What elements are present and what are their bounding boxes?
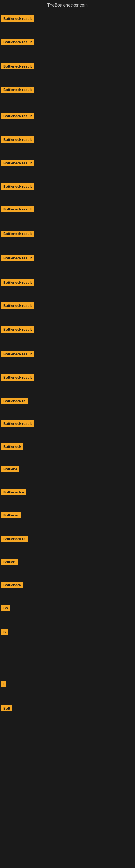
page-container: TheBottlenecker.com Bottleneck resultBot…: [0, 0, 135, 868]
bottleneck-row: Bottleneck result: [1, 303, 34, 310]
bottleneck-row: Bottleneck result: [1, 255, 34, 262]
bottleneck-label: Bottleneck result: [1, 421, 34, 427]
bottleneck-label: Bottleneck result: [1, 183, 34, 190]
bottleneck-label: Bottleneck result: [1, 63, 34, 69]
bottleneck-label: Bottleneck re: [1, 398, 28, 404]
bottleneck-label: Bottleneck result: [1, 87, 34, 93]
bottleneck-row: Bottleneck e: [1, 489, 26, 496]
bottleneck-label: Bottlene: [1, 466, 19, 472]
bottleneck-label: Bottleneck result: [1, 113, 34, 119]
bottleneck-row: Bottleneck result: [1, 351, 34, 358]
bottleneck-row: Bottleneck result: [1, 230, 34, 238]
bottleneck-label: Bottleneck result: [1, 230, 34, 237]
bottleneck-row: Bottleneck result: [1, 113, 34, 120]
bottleneck-label: Bottleneck result: [1, 326, 34, 333]
bottleneck-label: Bottleneck result: [1, 255, 34, 261]
bottleneck-row: Bottleneck result: [1, 16, 34, 23]
bottleneck-label: Bottleneck: [1, 443, 23, 450]
bottleneck-row: Bottlen: [1, 559, 17, 566]
bottleneck-row: Bottleneck result: [1, 63, 34, 70]
bottleneck-label: Bottleneck result: [1, 16, 34, 22]
bottleneck-label: Bottleneck result: [1, 303, 34, 309]
bottleneck-label: Bottleneck re: [1, 536, 28, 542]
bottleneck-row: Bottleneck: [1, 443, 23, 451]
bottleneck-label: Bottleneck result: [1, 279, 34, 286]
bottleneck-label: Bottleneck result: [1, 374, 34, 380]
bottleneck-row: Bottleneck result: [1, 206, 34, 214]
bottleneck-row: Bottleneck re: [1, 536, 28, 543]
bottleneck-label: Bottleneck result: [1, 160, 34, 166]
bottleneck-row: Bottleneck result: [1, 421, 34, 428]
bottleneck-label: Bottlenec: [1, 512, 21, 518]
bottleneck-label: Bottleneck result: [1, 206, 34, 212]
bottleneck-label: Bottleneck result: [1, 351, 34, 357]
bottleneck-row: Bottlenec: [1, 512, 21, 520]
bottleneck-row: Bottleneck result: [1, 87, 34, 94]
bottleneck-label: Bottleneck result: [1, 136, 34, 143]
bottleneck-row: Bottleneck: [1, 582, 23, 589]
bottleneck-row: Bottleneck result: [1, 136, 34, 144]
bottleneck-row: I: [1, 681, 6, 688]
bottleneck-label: Bott: [1, 705, 12, 712]
bottleneck-row: Bottlene: [1, 466, 19, 473]
bottleneck-row: Bott: [1, 705, 12, 713]
bottleneck-row: Bottleneck re: [1, 398, 28, 405]
bottleneck-row: Bottleneck result: [1, 374, 34, 382]
bottleneck-label: Bottleneck result: [1, 39, 34, 45]
bottleneck-label: Bottlen: [1, 559, 17, 565]
site-title: TheBottlenecker.com: [0, 0, 135, 9]
bottleneck-label: Bottleneck e: [1, 489, 26, 495]
bottleneck-label: Bottleneck: [1, 582, 23, 588]
bottleneck-label: B: [1, 629, 8, 635]
bottleneck-label: I: [1, 681, 6, 687]
bottleneck-row: Bottleneck result: [1, 279, 34, 287]
bottleneck-row: Bottleneck result: [1, 183, 34, 191]
bottleneck-row: Bottleneck result: [1, 160, 34, 167]
bottleneck-row: Bo: [1, 605, 10, 612]
bottleneck-label: Bo: [1, 605, 10, 611]
bottleneck-row: Bottleneck result: [1, 326, 34, 334]
bottleneck-row: B: [1, 629, 8, 636]
bottleneck-row: Bottleneck result: [1, 39, 34, 46]
